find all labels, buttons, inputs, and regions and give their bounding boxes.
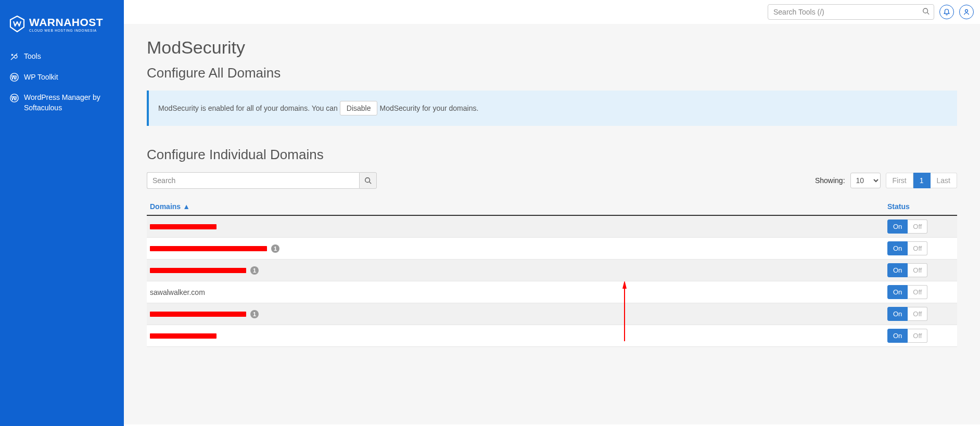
domain-badge: 1: [250, 266, 259, 275]
section-configure-individual: Configure Individual Domains: [147, 147, 957, 163]
sidebar-item-label: Tools: [24, 51, 41, 62]
toggle-on[interactable]: On: [887, 329, 908, 343]
domain-cell: 1: [150, 244, 881, 253]
status-toggle[interactable]: OnOff: [887, 285, 927, 299]
toggle-off[interactable]: Off: [908, 263, 927, 277]
domain-badge: 1: [250, 310, 259, 318]
domain-search-button[interactable]: [359, 172, 377, 189]
svg-point-3: [965, 9, 968, 12]
wordpress-icon: [9, 93, 19, 102]
th-domains[interactable]: Domains▲: [147, 198, 884, 215]
callout-all-domains: ModSecurity is enabled for all of your d…: [147, 91, 957, 126]
toggle-on[interactable]: On: [887, 307, 908, 321]
sidebar-item-tools[interactable]: Tools: [0, 46, 124, 67]
sidebar: WARNAHOST CLOUD WEB HOSTING INDONESIA To…: [0, 0, 124, 426]
wordpress-icon: [9, 73, 19, 82]
search-tools-input[interactable]: [768, 4, 934, 20]
th-domains-label: Domains: [150, 202, 181, 211]
sort-asc-icon: ▲: [183, 202, 190, 211]
brand-name: WARNAHOST: [29, 17, 103, 28]
toggle-on[interactable]: On: [887, 285, 908, 299]
svg-point-2: [923, 8, 928, 13]
toggle-off[interactable]: Off: [908, 285, 927, 299]
domain-cell: [150, 224, 881, 229]
domain-name: sawalwalker.com: [150, 288, 205, 296]
callout-text-before: ModSecurity is enabled for all of your d…: [158, 104, 338, 112]
sidebar-item-label: WP Toolkit: [24, 72, 58, 83]
sidebar-item-wp-manager[interactable]: WordPress Manager by Softaculous: [0, 87, 124, 118]
domain-cell: sawalwalker.com: [150, 288, 881, 296]
showing-label: Showing:: [815, 176, 845, 185]
brand-logo: WARNAHOST CLOUD WEB HOSTING INDONESIA: [0, 10, 124, 46]
table-tools-row: Showing: 102550100 First 1 Last: [147, 172, 957, 189]
status-toggle[interactable]: OnOff: [887, 329, 927, 343]
table-row: OnOff: [147, 325, 957, 347]
toggle-off[interactable]: Off: [908, 241, 927, 255]
notifications-button[interactable]: [939, 5, 954, 19]
toggle-on[interactable]: On: [887, 241, 908, 255]
callout-text-after: ModSecurity for your domains.: [379, 104, 478, 112]
status-toggle[interactable]: OnOff: [887, 241, 927, 255]
status-toggle[interactable]: OnOff: [887, 263, 927, 277]
page-title: ModSecurity: [147, 37, 957, 58]
sidebar-item-label: WordPress Manager by Softaculous: [24, 93, 114, 113]
page-last-button[interactable]: Last: [931, 173, 957, 188]
search-tools-wrap: [768, 4, 934, 20]
search-icon: [364, 177, 372, 184]
bell-icon: [943, 8, 950, 16]
redacted-domain: [150, 312, 246, 317]
th-status[interactable]: Status: [884, 198, 957, 215]
table-row: 1OnOff: [147, 238, 957, 260]
redacted-domain: [150, 268, 246, 273]
svg-point-4: [365, 178, 370, 183]
tools-icon: [9, 52, 19, 61]
content: ModSecurity Configure All Domains ModSec…: [124, 24, 980, 424]
page-number-button[interactable]: 1: [913, 173, 931, 188]
status-toggle[interactable]: OnOff: [887, 220, 927, 234]
toggle-on[interactable]: On: [887, 220, 908, 234]
sidebar-item-wp-toolkit[interactable]: WP Toolkit: [0, 67, 124, 88]
domain-search-input[interactable]: [147, 172, 359, 189]
domains-table: Domains▲ Status OnOff1OnOff1OnOffsawalwa…: [147, 198, 957, 347]
brand-icon: [9, 16, 25, 34]
search-icon[interactable]: [922, 8, 930, 17]
redacted-domain: [150, 333, 217, 339]
main: ModSecurity Configure All Domains ModSec…: [124, 0, 980, 426]
account-button[interactable]: [959, 5, 974, 19]
table-row: OnOff: [147, 215, 957, 238]
topbar: [124, 0, 980, 24]
domain-search-group: [147, 172, 377, 189]
toggle-off[interactable]: Off: [908, 220, 927, 234]
toggle-on[interactable]: On: [887, 263, 908, 277]
domain-badge: 1: [271, 244, 279, 253]
domain-cell: 1: [150, 310, 881, 318]
toggle-off[interactable]: Off: [908, 307, 927, 321]
section-configure-all: Configure All Domains: [147, 65, 957, 81]
domain-cell: [150, 333, 881, 339]
page-buttons: First 1 Last: [886, 173, 957, 188]
brand-tagline: CLOUD WEB HOSTING INDONESIA: [29, 29, 103, 33]
table-row: 1OnOff: [147, 303, 957, 325]
page-first-button[interactable]: First: [886, 173, 913, 188]
domain-cell: 1: [150, 266, 881, 275]
table-row: sawalwalker.comOnOff: [147, 281, 957, 303]
disable-all-button[interactable]: Disable: [340, 101, 378, 115]
pager: Showing: 102550100 First 1 Last: [815, 173, 957, 188]
status-toggle[interactable]: OnOff: [887, 307, 927, 321]
table-row: 1OnOff: [147, 260, 957, 281]
redacted-domain: [150, 246, 267, 251]
toggle-off[interactable]: Off: [908, 329, 927, 343]
user-icon: [963, 8, 970, 16]
page-size-select[interactable]: 102550100: [850, 173, 881, 188]
redacted-domain: [150, 224, 217, 229]
